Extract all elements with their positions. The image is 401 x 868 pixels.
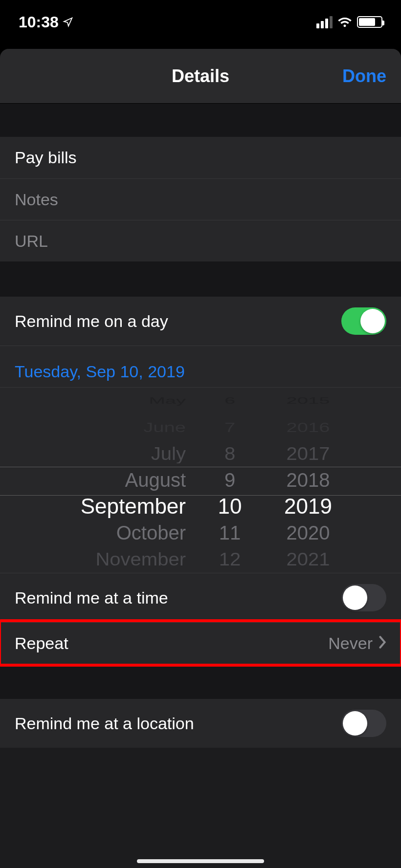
selected-date-value: Tuesday, Sep 10, 2019 (15, 362, 185, 381)
repeat-value: Never (328, 634, 373, 653)
picker-month-option[interactable]: October (116, 520, 186, 546)
picker-year-option[interactable]: 2015 (287, 395, 330, 407)
picker-day-option[interactable]: 6 (224, 395, 235, 407)
selected-date-row[interactable]: Tuesday, Sep 10, 2019 (0, 346, 401, 387)
picker-month-option[interactable]: June (143, 418, 186, 436)
reminder-title-value: Pay bills (15, 148, 77, 167)
page-title: Details (172, 66, 229, 87)
picker-year-column[interactable]: 2015 2016 2017 2018 2019 2020 2021 2022 … (259, 388, 357, 573)
section-gap (0, 104, 401, 137)
date-picker[interactable]: May June July August September October N… (0, 387, 401, 573)
status-left: 10:38 (19, 13, 73, 31)
picker-day-selected[interactable]: 10 (218, 493, 242, 520)
picker-day-option[interactable]: 12 (219, 547, 241, 571)
reminder-title-field[interactable]: Pay bills (0, 137, 401, 178)
wifi-icon (337, 13, 352, 31)
picker-month-option[interactable]: August (125, 467, 186, 493)
location-section: Remind me at a location (0, 699, 401, 748)
status-right (316, 13, 382, 31)
notes-placeholder: Notes (15, 190, 58, 209)
picker-month-option[interactable]: July (151, 442, 186, 466)
picker-year-selected[interactable]: 2019 (284, 493, 332, 520)
picker-month-selected[interactable]: September (81, 493, 186, 520)
remind-location-toggle[interactable] (341, 710, 386, 737)
chevron-right-icon (379, 634, 386, 653)
picker-day-option[interactable]: 11 (219, 520, 241, 546)
picker-month-option[interactable]: November (95, 547, 186, 571)
reminder-notes-field[interactable]: Notes (0, 178, 401, 220)
battery-icon (357, 16, 382, 28)
done-button[interactable]: Done (342, 49, 386, 103)
details-sheet: Details Done Pay bills Notes URL Remind … (0, 49, 401, 868)
remind-time-label: Remind me at a time (15, 588, 168, 608)
remind-day-row: Remind me on a day (0, 297, 401, 346)
section-gap (0, 664, 401, 699)
picker-year-option[interactable]: 2020 (287, 520, 330, 546)
remind-time-toggle[interactable] (341, 584, 386, 611)
repeat-row[interactable]: Repeat Never (0, 622, 401, 664)
remind-location-label: Remind me at a location (15, 714, 194, 733)
picker-day-column[interactable]: 6 7 8 9 10 11 12 13 14 (200, 388, 259, 573)
remind-location-row: Remind me at a location (0, 699, 401, 748)
cellular-signal-icon (316, 16, 333, 28)
sheet-header: Details Done (0, 49, 401, 104)
picker-day-option[interactable]: 7 (224, 418, 235, 436)
picker-year-option[interactable]: 2018 (287, 467, 330, 493)
picker-month-column[interactable]: May June July August September October N… (44, 388, 200, 573)
status-bar: 10:38 (0, 0, 401, 44)
picker-year-option[interactable]: 2021 (287, 547, 330, 571)
location-services-icon (63, 13, 73, 31)
url-placeholder: URL (15, 232, 48, 251)
status-time: 10:38 (19, 13, 59, 31)
picker-day-option[interactable]: 9 (224, 467, 235, 493)
reminder-text-section: Pay bills Notes URL (0, 137, 401, 261)
day-section: Remind me on a day Tuesday, Sep 10, 2019… (0, 297, 401, 664)
home-indicator[interactable] (137, 859, 264, 863)
remind-time-row: Remind me at a time (0, 573, 401, 622)
remind-day-label: Remind me on a day (15, 312, 168, 331)
reminder-url-field[interactable]: URL (0, 220, 401, 261)
picker-year-option[interactable]: 2016 (287, 418, 330, 436)
picker-year-option[interactable]: 2017 (287, 442, 330, 466)
section-gap (0, 261, 401, 297)
repeat-label: Repeat (15, 634, 68, 653)
repeat-value-container: Never (328, 634, 386, 653)
picker-day-option[interactable]: 8 (224, 442, 235, 466)
remind-day-toggle[interactable] (341, 307, 386, 335)
picker-month-option[interactable]: May (149, 395, 186, 407)
